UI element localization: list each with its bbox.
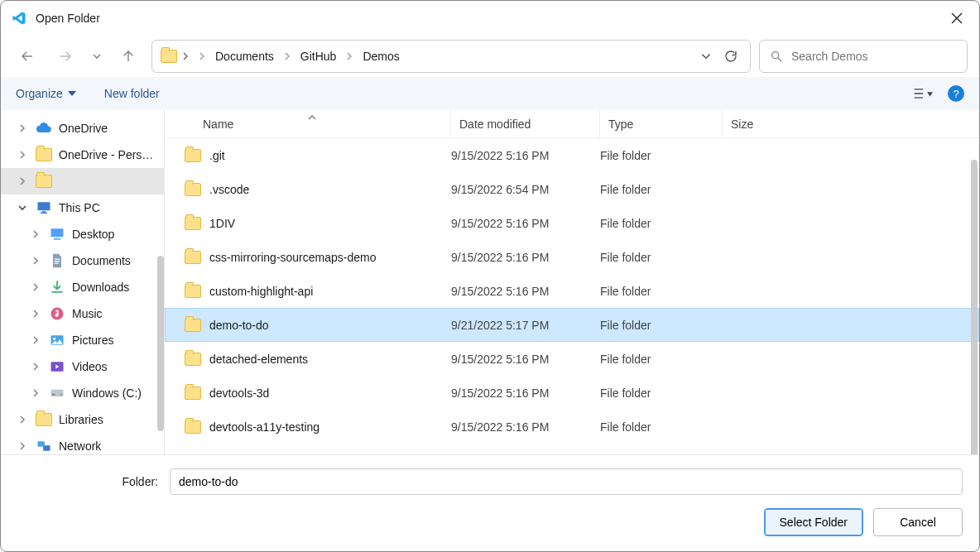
new-folder-button[interactable]: New folder (104, 87, 160, 100)
organize-menu[interactable]: Organize (16, 87, 76, 100)
sidebar-item[interactable]: Pictures (1, 327, 164, 353)
file-type: File folder (600, 353, 723, 366)
organize-label: Organize (16, 87, 63, 100)
file-type: File folder (600, 319, 723, 332)
scrollbar-thumb[interactable] (157, 256, 164, 431)
chevron-icon[interactable] (29, 335, 42, 345)
breadcrumb-item[interactable]: GitHub (297, 50, 340, 63)
file-type: File folder (600, 420, 723, 434)
file-row[interactable]: .vscode9/15/2022 6:54 PMFile folder (165, 172, 979, 206)
toolbar: Organize New folder ? (1, 77, 979, 110)
sidebar-item[interactable] (1, 168, 164, 194)
file-type: File folder (600, 251, 723, 264)
sidebar-item[interactable]: Documents (1, 247, 164, 274)
sidebar-item-label: This PC (59, 201, 100, 214)
sidebar-item[interactable]: Network (1, 433, 164, 454)
footer: Folder: Select Folder Cancel (1, 455, 979, 551)
up-button[interactable] (113, 41, 143, 71)
sidebar-item[interactable]: Downloads (1, 274, 164, 300)
sidebar-item[interactable]: OneDrive - Personal (1, 142, 164, 168)
forward-button[interactable] (50, 41, 80, 71)
file-row[interactable]: css-mirroring-sourcemaps-demo9/15/2022 5… (165, 240, 979, 274)
download-icon (49, 279, 65, 295)
folder-icon (185, 420, 201, 434)
sidebar-item-label: OneDrive - Personal (59, 148, 159, 161)
sidebar-item[interactable]: Libraries (1, 406, 164, 433)
history-dropdown-button[interactable] (89, 41, 105, 71)
back-button[interactable] (12, 41, 42, 71)
monitor-icon (36, 199, 52, 216)
chevron-icon[interactable] (29, 282, 42, 292)
file-type: File folder (600, 217, 723, 230)
chevron-icon[interactable] (16, 123, 29, 133)
close-button[interactable] (938, 1, 976, 36)
file-type: File folder (600, 149, 723, 162)
window-title: Open Folder (36, 12, 938, 25)
file-row[interactable]: custom-highlight-api9/15/2022 5:16 PMFil… (165, 274, 979, 308)
chevron-icon[interactable] (29, 229, 42, 239)
file-row[interactable]: devtools-3d9/15/2022 5:16 PMFile folder (165, 376, 979, 410)
chevron-icon[interactable] (29, 309, 42, 319)
search-input[interactable] (791, 50, 957, 63)
column-size[interactable]: Size (723, 110, 809, 137)
file-date: 9/15/2022 5:16 PM (451, 420, 600, 434)
file-row[interactable]: .git9/15/2022 5:16 PMFile folder (165, 138, 979, 172)
folder-icon (185, 386, 201, 400)
sidebar-item[interactable]: Videos (1, 353, 164, 380)
chevron-icon[interactable] (29, 388, 42, 398)
breadcrumb-item[interactable]: Documents (212, 50, 277, 63)
chevron-icon[interactable] (16, 415, 29, 425)
folder-icon (185, 319, 201, 332)
chevron-icon[interactable] (29, 362, 42, 372)
chevron-icon[interactable] (16, 150, 29, 160)
file-date: 9/15/2022 5:16 PM (451, 251, 600, 264)
view-options-button[interactable] (913, 84, 933, 103)
sidebar-item[interactable]: This PC (1, 194, 164, 221)
search-icon (770, 50, 783, 63)
column-type[interactable]: Type (600, 110, 723, 137)
folder-icon (161, 50, 177, 63)
chevron-icon[interactable] (16, 176, 29, 186)
cancel-button[interactable]: Cancel (873, 508, 963, 536)
svg-rect-11 (52, 394, 55, 396)
address-bar[interactable]: Documents GitHub Demos (151, 40, 751, 73)
sidebar-item[interactable]: Music (1, 300, 164, 327)
refresh-button[interactable] (723, 49, 738, 64)
file-type: File folder (600, 285, 723, 298)
search-box[interactable] (759, 40, 968, 73)
sidebar-item[interactable]: Desktop (1, 221, 164, 247)
chevron-right-icon (343, 52, 356, 60)
file-type: File folder (600, 183, 723, 196)
file-row[interactable]: devtools-a11y-testing9/15/2022 5:16 PMFi… (165, 410, 979, 444)
svg-point-0 (772, 52, 779, 59)
sidebar-item[interactable]: OneDrive (1, 115, 164, 142)
document-icon (49, 252, 65, 269)
help-button[interactable]: ? (948, 85, 964, 102)
column-name[interactable]: Name (195, 110, 451, 137)
folder-input[interactable] (170, 468, 963, 495)
sidebar-item[interactable]: Windows (C:) (1, 380, 164, 406)
cloud-icon (36, 120, 52, 137)
file-name: .vscode (209, 183, 249, 196)
chevron-icon[interactable] (16, 441, 29, 451)
chevron-icon[interactable] (29, 256, 42, 266)
select-folder-button[interactable]: Select Folder (764, 508, 863, 536)
file-name: 1DIV (209, 217, 235, 230)
file-row[interactable]: detached-elements9/15/2022 5:16 PMFile f… (165, 342, 979, 376)
breadcrumb-root[interactable] (157, 50, 192, 63)
music-icon (49, 305, 65, 322)
address-dropdown-button[interactable] (700, 50, 712, 62)
file-row[interactable]: demo-to-do9/21/2022 5:17 PMFile folder (165, 308, 979, 342)
chevron-right-icon (195, 52, 209, 60)
breadcrumb-item[interactable]: Demos (359, 50, 402, 63)
chevron-icon[interactable] (16, 203, 29, 213)
folder-icon (185, 353, 201, 366)
column-date[interactable]: Date modified (451, 110, 600, 137)
scrollbar-thumb[interactable] (971, 160, 978, 454)
folder-icon (36, 411, 52, 428)
caret-down-icon (68, 91, 76, 96)
folder-icon (185, 149, 201, 162)
chevron-right-icon (281, 52, 294, 60)
file-date: 9/15/2022 6:54 PM (451, 183, 600, 196)
file-row[interactable]: 1DIV9/15/2022 5:16 PMFile folder (165, 206, 979, 240)
